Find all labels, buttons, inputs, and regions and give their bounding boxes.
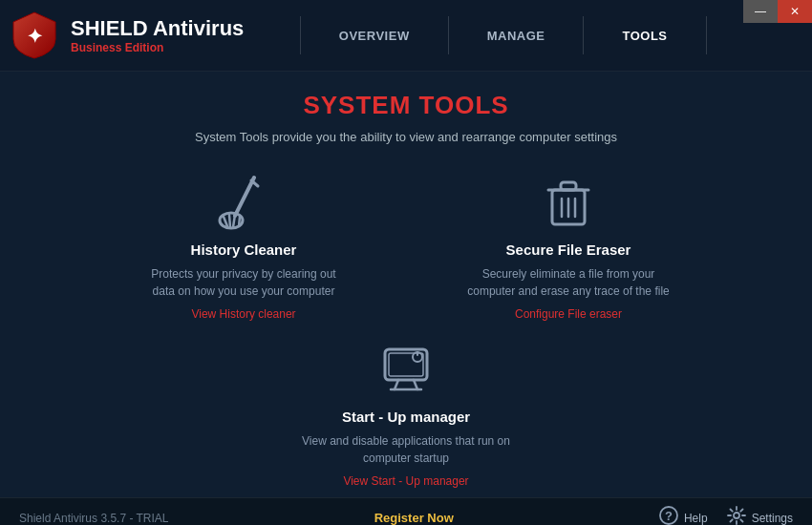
history-cleaner-name: History Cleaner (191, 242, 297, 258)
register-now-link[interactable]: Register Now (374, 511, 454, 525)
startup-manager-desc: View and disable applications that run o… (301, 432, 511, 467)
svg-text:✦: ✦ (27, 26, 43, 47)
footer-version: Shield Antivirus 3.5.7 - TRIAL (19, 512, 169, 525)
nav-bar: OVERVIEW MANAGE TOOLS (263, 16, 743, 54)
section-subtitle: System Tools provide you the ability to … (195, 130, 617, 144)
nav-tools[interactable]: TOOLS (584, 16, 706, 54)
tool-history-cleaner: History Cleaner Protects your privacy by… (139, 173, 349, 321)
app-edition-text: Business Edition (71, 41, 244, 54)
svg-point-23 (734, 513, 739, 518)
help-icon: ? (659, 506, 678, 525)
app-branding: ✦ SHIELD Antivirus Business Edition (10, 10, 244, 60)
footer: Shield Antivirus 3.5.7 - TRIAL Register … (0, 497, 812, 525)
minimize-button[interactable]: — (743, 0, 778, 23)
startup-manager-link[interactable]: View Start - Up manager (343, 474, 468, 488)
secure-eraser-desc: Securely eliminate a file from your comp… (463, 265, 673, 300)
app-name-text: SHIELD Antivirus (71, 16, 244, 41)
main-content: SYSTEM TOOLS System Tools provide you th… (0, 72, 812, 497)
section-title: SYSTEM TOOLS (303, 91, 508, 120)
help-label: Help (684, 512, 708, 525)
svg-text:?: ? (665, 509, 673, 523)
history-cleaner-desc: Protects your privacy by clearing out da… (139, 265, 349, 300)
shield-logo-icon: ✦ (10, 10, 59, 60)
svg-line-3 (224, 217, 227, 226)
settings-action[interactable]: Settings (727, 506, 793, 525)
svg-line-4 (229, 215, 230, 227)
startup-manager-name: Start - Up manager (342, 409, 470, 425)
tools-bottom-row: Start - Up manager View and disable appl… (38, 340, 774, 488)
nav-overview[interactable]: OVERVIEW (300, 16, 449, 54)
tools-top-row: History Cleaner Protects your privacy by… (38, 173, 774, 321)
window-controls: — ✕ (743, 0, 812, 71)
secure-eraser-link[interactable]: Configure File eraser (515, 307, 622, 321)
close-button[interactable]: ✕ (778, 0, 812, 23)
help-action[interactable]: ? Help (659, 506, 708, 525)
broom-icon (215, 173, 272, 230)
tool-secure-file-eraser: Secure File Eraser Securely eliminate a … (463, 173, 673, 321)
history-cleaner-link[interactable]: View History cleaner (191, 307, 295, 321)
title-bar: ✦ SHIELD Antivirus Business Edition OVER… (0, 0, 812, 72)
tool-startup-manager: Start - Up manager View and disable appl… (301, 340, 511, 488)
monitor-icon (377, 340, 435, 397)
main-window: ✦ SHIELD Antivirus Business Edition OVER… (0, 0, 812, 525)
svg-rect-15 (389, 353, 423, 376)
app-title: SHIELD Antivirus Business Edition (71, 16, 244, 54)
settings-label: Settings (752, 512, 793, 525)
svg-line-1 (235, 178, 254, 216)
secure-eraser-name: Secure File Eraser (506, 242, 631, 258)
svg-line-6 (239, 217, 240, 226)
svg-rect-10 (561, 182, 576, 190)
trash-icon (540, 173, 597, 230)
nav-manage[interactable]: MANAGE (449, 16, 585, 54)
settings-icon (727, 506, 746, 525)
footer-actions: ? Help Settings (659, 506, 793, 525)
